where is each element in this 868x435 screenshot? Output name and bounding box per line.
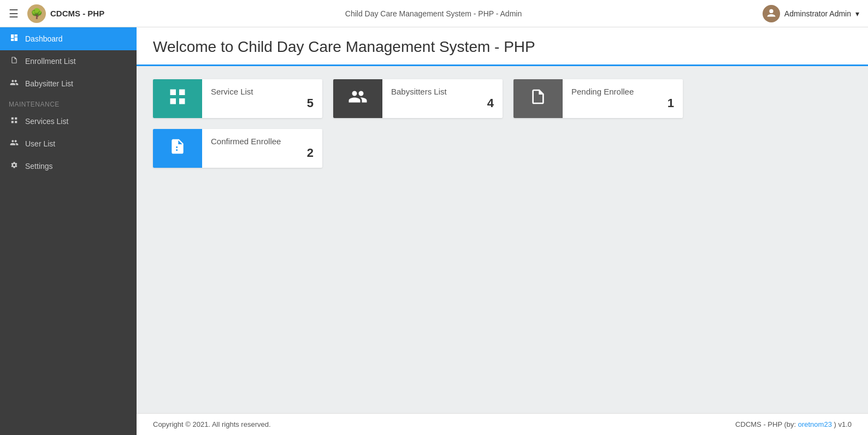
page-title: Welcome to Child Day Care Management Sys…: [153, 38, 852, 56]
footer-right-text2: ) v1.0: [832, 420, 852, 428]
sidebar-item-services-label: Services List: [25, 117, 68, 126]
maintenance-section-label: Maintenance: [0, 95, 137, 110]
sidebar-item-services-list[interactable]: Services List: [0, 110, 137, 132]
settings-icon: [9, 161, 20, 171]
services-icon: [9, 116, 20, 126]
confirmed-enrollee-icon: [169, 138, 186, 160]
navbar-left: ☰ 🌳 CDCMS - PHP: [9, 4, 104, 23]
brand-logo-icon: 🌳: [27, 4, 46, 23]
enrollment-icon: [9, 56, 20, 66]
card-pending-enrollee-icon-box: [513, 79, 563, 118]
service-list-icon: [168, 87, 187, 111]
card-service-list[interactable]: Service List 5: [153, 79, 322, 118]
card-pending-enrollee-body: Pending Enrollee 1: [563, 79, 683, 118]
svg-point-0: [769, 9, 773, 13]
sidebar-item-settings-label: Settings: [25, 162, 53, 171]
dashboard-icon: [9, 33, 20, 44]
card-confirmed-enrollee-icon-box: [153, 129, 202, 168]
cards-row: Service List 5 Babysitters List 4: [153, 79, 852, 168]
card-confirmed-enrollee-body: Confirmed Enrollee 2: [202, 129, 322, 168]
layout: Dashboard Enrollment List Babysitter Lis…: [0, 27, 868, 435]
pending-enrollee-icon: [529, 88, 547, 110]
navbar-brand: 🌳 CDCMS - PHP: [27, 4, 104, 23]
sidebar-item-settings[interactable]: Settings: [0, 155, 137, 177]
card-pending-enrollee-label: Pending Enrollee: [571, 87, 674, 96]
sidebar-item-babysitter-label: Babysitter List: [25, 79, 73, 88]
card-babysitters-list[interactable]: Babysitters List 4: [333, 79, 503, 118]
card-babysitters-list-icon-box: [333, 79, 382, 118]
dropdown-icon: ▾: [855, 9, 859, 18]
card-confirmed-enrollee-label: Confirmed Enrollee: [211, 137, 314, 146]
main-content: Welcome to Child Day Care Management Sys…: [137, 27, 868, 435]
footer-right-text: CDCMS - PHP (by:: [735, 420, 798, 428]
sidebar-item-dashboard[interactable]: Dashboard: [0, 27, 137, 50]
avatar: [763, 5, 780, 22]
sidebar-item-enrollment-label: Enrollment List: [25, 57, 76, 66]
author-link[interactable]: oretnom23: [798, 420, 832, 428]
card-pending-enrollee-count: 1: [571, 96, 674, 110]
card-service-list-count: 5: [211, 96, 314, 110]
content-area: Service List 5 Babysitters List 4: [137, 66, 868, 413]
sidebar-item-user-list[interactable]: User List: [0, 132, 137, 155]
sidebar-item-babysitter-list[interactable]: Babysitter List: [0, 72, 137, 95]
hamburger-button[interactable]: ☰: [9, 7, 19, 20]
navbar-center-title: Child Day Care Management System - PHP -…: [345, 9, 522, 18]
footer-right: CDCMS - PHP (by: oretnom23 ) v1.0: [735, 420, 852, 428]
footer: Copyright © 2021. All rights reserved. C…: [137, 413, 868, 435]
babysitters-list-icon: [348, 87, 368, 111]
card-service-list-body: Service List 5: [202, 79, 322, 118]
card-service-list-label: Service List: [211, 87, 314, 96]
footer-copyright: Copyright © 2021. All rights reserved.: [153, 420, 271, 428]
card-pending-enrollee[interactable]: Pending Enrollee 1: [513, 79, 683, 118]
card-confirmed-enrollee-count: 2: [211, 146, 314, 160]
sidebar-item-enrollment-list[interactable]: Enrollment List: [0, 50, 137, 72]
user-list-icon: [9, 138, 20, 149]
card-service-list-icon-box: [153, 79, 202, 118]
card-babysitters-list-count: 4: [391, 96, 494, 110]
card-babysitters-list-body: Babysitters List 4: [382, 79, 503, 118]
card-confirmed-enrollee[interactable]: Confirmed Enrollee 2: [153, 129, 322, 168]
admin-name: Adminstrator Admin: [784, 9, 851, 18]
navbar: ☰ 🌳 CDCMS - PHP Child Day Care Managemen…: [0, 0, 868, 27]
sidebar-item-user-list-label: User List: [25, 139, 55, 148]
babysitter-icon: [9, 78, 20, 89]
navbar-user-menu[interactable]: Adminstrator Admin ▾: [763, 5, 859, 22]
sidebar: Dashboard Enrollment List Babysitter Lis…: [0, 27, 137, 435]
sidebar-item-dashboard-label: Dashboard: [25, 34, 63, 43]
card-babysitters-list-label: Babysitters List: [391, 87, 494, 96]
page-header: Welcome to Child Day Care Management Sys…: [137, 27, 868, 66]
copyright-sub: All rights reserved.: [212, 420, 271, 428]
brand-name: CDCMS - PHP: [50, 9, 104, 18]
copyright-text: Copyright © 2021.: [153, 420, 210, 428]
